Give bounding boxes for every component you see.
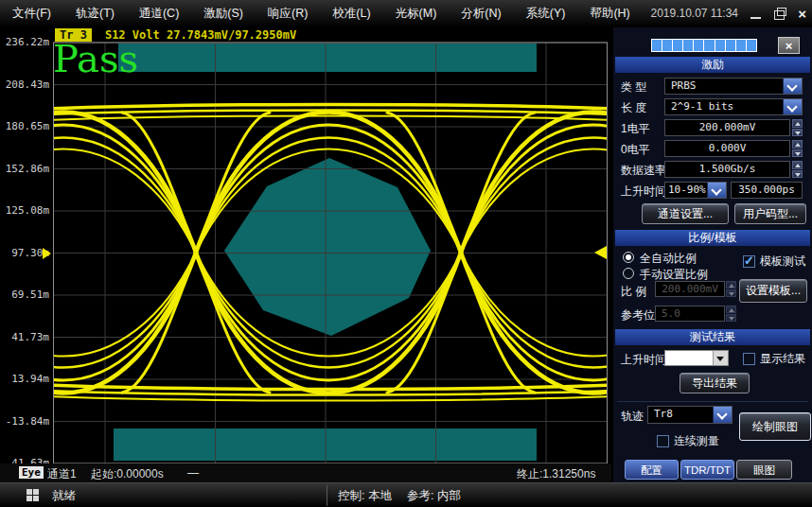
menu-item[interactable]: 分析(N) [449,0,513,27]
reference-level-marker-right-icon [594,246,607,259]
draw-eye-button[interactable]: 绘制眼图 [739,412,811,441]
chevron-down-icon[interactable] [783,99,802,114]
y-axis-tick: 125.08m [0,204,49,217]
results-section-header: 测试结果 [615,329,810,345]
show-results-checkbox-group[interactable]: 显示结果 [743,351,805,367]
length-label: 长 度 [621,100,646,116]
length-dropdown[interactable]: 2^9-1 bits [664,98,803,115]
one-level-stepper[interactable] [792,119,803,136]
result-rise-time-label: 上升时间 [621,352,666,368]
rise-time-label: 上升时间 [621,184,666,200]
zero-level-field[interactable]: 0.000V [664,140,790,157]
y-axis-tick: 180.65m [0,120,49,132]
user-pattern-button[interactable]: 用户码型... [734,203,806,224]
grid-icon[interactable] [26,489,39,501]
manual-scale-radio[interactable] [623,268,634,279]
scale-mask-section-header: 比例/模板 [615,230,810,246]
start-time-label: 起始:0.00000s [91,466,164,482]
close-icon[interactable]: × [798,0,806,27]
length-value: 2^9-1 bits [665,99,783,114]
menu-item[interactable]: 光标(M) [383,0,450,27]
statusbar-divider [327,485,327,506]
rise-time-range-dropdown[interactable]: 10-90% [664,182,727,199]
menu-item[interactable]: 文件(F) [0,0,63,27]
channel-setup-button[interactable]: 通道设置... [642,203,729,224]
show-results-label: 显示结果 [760,351,805,367]
continuous-measure-label: 连续测量 [674,433,719,449]
control-status: 控制: 本地 [338,488,392,504]
trace-select-dropdown[interactable]: Tr8 [647,406,733,424]
mask-test-checkbox[interactable] [743,255,755,268]
mask-test-checkbox-group[interactable]: 模板测试 [743,254,805,270]
plot-footer: Eye 通道1 起始:0.00000s — 终止:1.31250ns [0,463,611,482]
tab-config[interactable]: 配置 [625,460,679,480]
y-axis-tick: -13.84m [0,415,49,428]
rise-time-range-value: 10-90% [665,183,707,198]
continuous-measure-checkbox[interactable] [657,435,669,447]
scale-field: 200.000mV [655,281,725,297]
chevron-down-icon[interactable] [713,407,732,423]
chevron-down-icon[interactable] [707,183,726,198]
show-results-checkbox[interactable] [743,353,755,365]
minimize-icon[interactable] [750,17,761,19]
y-axis-tick: 236.22m [0,36,49,48]
mask-test-pass-label: Pass [53,40,138,78]
zero-level-label: 0电平 [621,142,650,158]
menu-item[interactable]: 系统(Y) [514,0,578,27]
y-axis-tick: 13.94m [0,373,49,385]
menu-item[interactable]: 轨迹(T) [63,0,127,27]
auto-scale-label: 全自动比例 [640,251,697,267]
chevron-down-icon[interactable] [713,351,728,365]
data-rate-field[interactable]: 1.500Gb/s [664,161,790,178]
auto-scale-radio[interactable] [623,252,634,263]
y-axis-tick: 41.73m [0,331,49,343]
scale-stepper [726,281,736,297]
ref-position-field: 5.0 [655,306,725,322]
ready-status: 就绪 [52,488,76,504]
mask-center-polygon [224,158,431,336]
zero-level-stepper[interactable] [792,140,803,157]
channel-label: 通道1 [47,466,77,482]
stop-time-label: 终止:1.31250ns [517,466,595,482]
menu-item[interactable]: 帮助(H) [577,0,642,27]
mode-badge: Eye [19,466,44,479]
menu-items: 文件(F)轨迹(T)通道(C)激励(S)响应(R)校准(L)光标(M)分析(N)… [0,0,643,27]
rise-time-field[interactable]: 350.000ps [731,182,803,199]
menu-item[interactable]: 通道(C) [127,0,191,27]
menu-item[interactable]: 校准(L) [320,0,382,27]
type-dropdown[interactable]: PRBS [664,78,803,95]
tab-tdr-tdt[interactable]: TDR/TDT [680,460,734,480]
footer-dash: — [187,466,199,480]
menu-item[interactable]: 激励(S) [191,0,256,27]
reference-level-marker-icon [43,248,51,259]
set-mask-button[interactable]: 设置模板... [739,279,807,303]
tab-eye[interactable]: 眼图 [736,460,792,480]
one-level-field[interactable]: 200.000mV [664,119,790,136]
eye-diagram-plot[interactable] [53,27,608,464]
menu-item[interactable]: 响应(R) [256,0,320,27]
result-select-dropdown[interactable] [664,350,729,366]
y-axis-tick: 69.51m [0,288,49,301]
control-panel: × 激励 类 型 PRBS 长 度 2^9-1 bits 1电平 200.000… [613,27,812,482]
one-level-label: 1电平 [621,121,650,137]
panel-close-icon[interactable]: × [778,37,800,54]
clock: 2019.10.07 11:34 [650,0,738,27]
ref-position-stepper [726,306,736,322]
y-axis-tick: 152.86m [0,163,49,175]
mask-top-region [118,44,537,72]
trace-select-value: Tr8 [648,407,713,423]
y-axis-tick: 208.43m [0,79,49,91]
scale-label: 比 例 [621,284,646,300]
trace-select-label: 轨迹 [621,409,644,425]
menu-bar: 文件(F)轨迹(T)通道(C)激励(S)响应(R)校准(L)光标(M)分析(N)… [0,0,812,27]
data-rate-label: 数据速率 [621,163,666,179]
export-results-button[interactable]: 导出结果 [680,373,750,393]
restore-icon[interactable] [774,10,785,20]
stimulus-section-header: 激励 [615,57,810,73]
continuous-checkbox-group[interactable]: 连续测量 [657,433,719,449]
chevron-down-icon[interactable] [783,79,802,94]
data-rate-stepper[interactable] [792,161,803,178]
progress-bar [651,39,757,52]
status-bar: 就绪 控制: 本地 参考: 内部 [0,482,812,507]
type-value: PRBS [665,79,783,94]
